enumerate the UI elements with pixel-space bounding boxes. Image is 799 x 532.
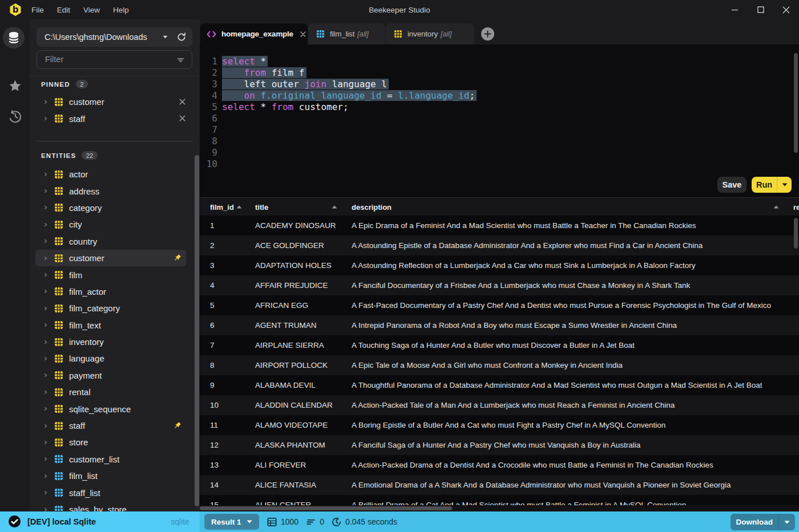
cell-film-id[interactable]: 8	[210, 355, 250, 375]
table-row[interactable]: 11 ALAMO VIDEOTAPE A Boring Epistle of a…	[200, 415, 799, 435]
chevron-right-icon[interactable]	[43, 204, 49, 212]
editor-tab[interactable]: film_list [all]	[308, 23, 385, 44]
cell-title[interactable]: AIRPORT POLLOCK	[255, 355, 346, 375]
filter-icon[interactable]	[176, 56, 185, 64]
sql-editor[interactable]: 1 select * 2 from film f 3 left outer jo…	[200, 44, 799, 197]
cell-title[interactable]: ALASKA PHANTOM	[255, 435, 346, 455]
sort-ascending-icon[interactable]	[236, 198, 242, 216]
pinned-table-item[interactable]: customer	[30, 94, 200, 110]
pin-icon[interactable]	[173, 421, 181, 430]
chevron-right-icon[interactable]	[43, 355, 49, 363]
entity-item[interactable]: language	[30, 350, 200, 367]
maximize-button[interactable]	[748, 0, 773, 19]
cell-title[interactable]: ACADEMY DINOSAUR	[255, 216, 346, 235]
entity-item[interactable]: country	[30, 233, 200, 250]
cell-title[interactable]: ALIEN CENTER	[255, 495, 346, 505]
chevron-right-icon[interactable]	[43, 271, 49, 279]
column-header-title[interactable]: title	[255, 198, 268, 216]
cell-title[interactable]: ADAPTATION HOLES	[255, 255, 346, 275]
code-line[interactable]: 5 select * from customer;	[200, 101, 477, 112]
chevron-right-icon[interactable]	[43, 472, 49, 480]
cell-film-id[interactable]: 7	[210, 335, 250, 355]
entity-item[interactable]: rental	[30, 384, 200, 400]
chevron-right-icon[interactable]	[43, 287, 49, 295]
chevron-right-icon[interactable]	[43, 221, 49, 229]
table-row[interactable]: 3 ADAPTATION HOLES A Astounding Reflecti…	[200, 255, 799, 275]
chevron-right-icon[interactable]	[43, 506, 49, 512]
table-row[interactable]: 9 ALABAMA DEVIL A Thoughtful Panorama of…	[200, 375, 799, 395]
table-row[interactable]: 8 AIRPORT POLLOCK A Epic Tale of a Moose…	[200, 355, 799, 375]
menu-help[interactable]: Help	[113, 6, 129, 14]
editor-tab[interactable]: inventory [all]	[386, 23, 474, 44]
menu-view[interactable]: View	[83, 6, 100, 14]
cell-description[interactable]: A Emotional Drama of a A Shark And a Dat…	[352, 475, 797, 495]
cell-description[interactable]: A Astounding Reflection of a Lumberjack …	[352, 255, 797, 275]
entity-item[interactable]: inventory	[30, 334, 200, 350]
cell-description[interactable]: A Epic Drama of a Feminist And a Mad Sci…	[352, 216, 797, 235]
chevron-right-icon[interactable]	[43, 98, 49, 106]
entity-item[interactable]: city	[30, 216, 200, 233]
favorites-icon[interactable]	[7, 78, 22, 93]
entity-item[interactable]: film_list	[30, 468, 200, 484]
save-button[interactable]: Save	[717, 177, 746, 193]
table-row[interactable]: 2 ACE GOLDFINGER A Astounding Epistle of…	[200, 235, 799, 255]
cell-film-id[interactable]: 9	[210, 375, 250, 395]
cell-description[interactable]: A Intrepid Panorama of a Robot And a Boy…	[352, 315, 797, 335]
cell-description[interactable]: A Fanciful Saga of a Hunter And a Pastry…	[352, 435, 797, 455]
menu-file[interactable]: File	[31, 6, 44, 14]
new-tab-button[interactable]	[481, 27, 494, 40]
cell-film-id[interactable]: 5	[210, 295, 250, 315]
chevron-right-icon[interactable]	[43, 237, 49, 245]
entity-item[interactable]: category	[30, 200, 200, 216]
cell-title[interactable]: AFRICAN EGG	[255, 295, 346, 315]
cell-film-id[interactable]: 11	[210, 415, 250, 435]
column-header-clipped[interactable]: re	[793, 198, 799, 216]
cell-film-id[interactable]: 15	[210, 495, 250, 505]
cell-film-id[interactable]: 10	[210, 395, 250, 415]
cell-film-id[interactable]: 12	[210, 435, 250, 455]
code-line[interactable]: 1 select *	[200, 55, 477, 67]
results-scrollbar[interactable]	[794, 218, 798, 249]
chevron-right-icon[interactable]	[43, 422, 49, 430]
chevron-right-icon[interactable]	[43, 388, 49, 396]
entity-item[interactable]: film	[30, 266, 200, 283]
run-label[interactable]: Run	[752, 180, 777, 189]
chevron-right-icon[interactable]	[43, 338, 49, 346]
entity-item[interactable]: sqlite_sequence	[30, 400, 200, 417]
cell-description[interactable]: A Touching Saga of a Hunter And a Butler…	[352, 335, 797, 355]
unpin-close-icon[interactable]	[178, 98, 187, 106]
cell-film-id[interactable]: 4	[210, 275, 250, 295]
cell-title[interactable]: AGENT TRUMAN	[255, 315, 346, 335]
chevron-right-icon[interactable]	[43, 187, 49, 195]
code-line[interactable]: 10	[200, 159, 477, 170]
chevron-right-icon[interactable]	[43, 438, 49, 446]
chevron-right-icon[interactable]	[43, 405, 49, 413]
cell-film-id[interactable]: 1	[210, 216, 250, 235]
table-row[interactable]: 4 AFFAIR PREJUDICE A Fanciful Documentar…	[200, 275, 799, 295]
column-header-film-id[interactable]: film_id	[210, 198, 234, 216]
unpin-close-icon[interactable]	[178, 114, 187, 123]
pinned-table-item[interactable]: staff	[30, 110, 200, 127]
menu-edit[interactable]: Edit	[57, 6, 70, 14]
refresh-icon[interactable]	[176, 32, 187, 42]
cell-description[interactable]: A Fast-Paced Documentary of a Pastry Che…	[352, 295, 797, 315]
run-dropdown-caret[interactable]	[777, 183, 792, 186]
cell-description[interactable]: A Action-Packed Drama of a Dentist And a…	[352, 455, 797, 475]
database-tab-icon[interactable]	[3, 27, 25, 48]
cell-description[interactable]: A Epic Tale of a Moose And a Girl who mu…	[352, 355, 797, 375]
cell-description[interactable]: A Brilliant Drama of a Cat And a Mad Sci…	[352, 495, 797, 505]
cell-film-id[interactable]: 13	[210, 455, 250, 475]
cell-title[interactable]: ACE GOLDFINGER	[255, 235, 346, 255]
entity-item[interactable]: actor	[30, 166, 200, 182]
chevron-right-icon[interactable]	[43, 304, 49, 312]
cell-title[interactable]: ALABAMA DEVIL	[255, 375, 346, 395]
chevron-right-icon[interactable]	[43, 455, 49, 463]
table-row[interactable]: 13 ALI FOREVER A Action-Packed Drama of …	[200, 455, 799, 475]
code-line[interactable]: 7	[200, 124, 477, 136]
table-row[interactable]: 15 ALIEN CENTER A Brilliant Drama of a C…	[200, 495, 799, 505]
entity-item[interactable]: film_actor	[30, 283, 200, 300]
code-line[interactable]: 3 left outer join language l	[200, 78, 477, 90]
cell-description[interactable]: A Action-Packed Tale of a Man And a Lumb…	[352, 395, 797, 415]
code-line[interactable]: 6	[200, 112, 477, 124]
horizontal-scrollbar-thumb[interactable]	[200, 506, 452, 510]
